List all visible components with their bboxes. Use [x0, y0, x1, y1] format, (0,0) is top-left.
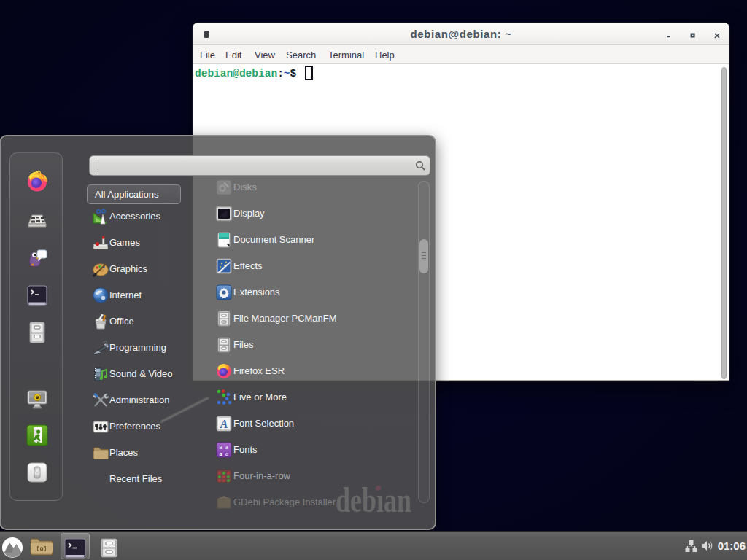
svg-text:A: A [220, 418, 228, 430]
svg-text:a: a [225, 450, 228, 457]
